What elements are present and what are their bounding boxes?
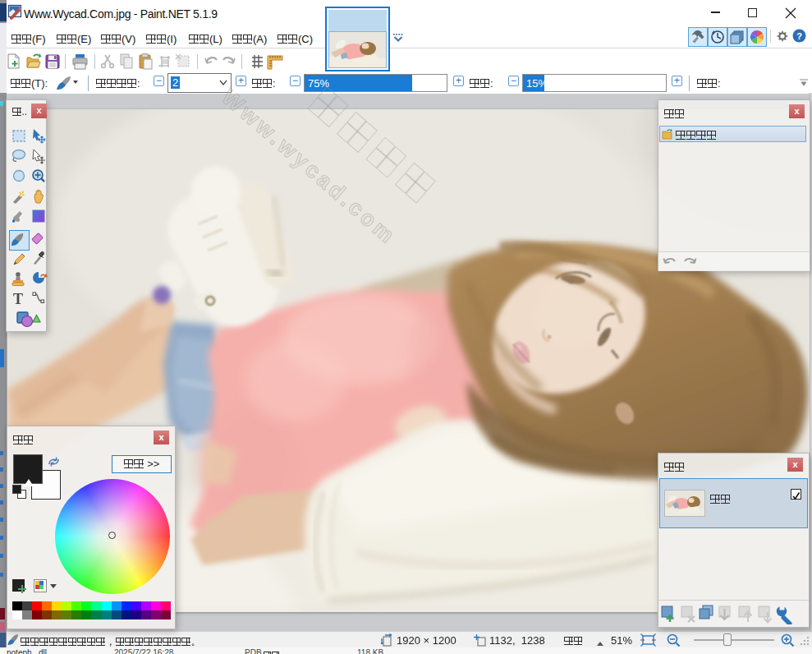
- svg-text:?: ?: [796, 31, 802, 41]
- svg-text:T: T: [13, 291, 23, 307]
